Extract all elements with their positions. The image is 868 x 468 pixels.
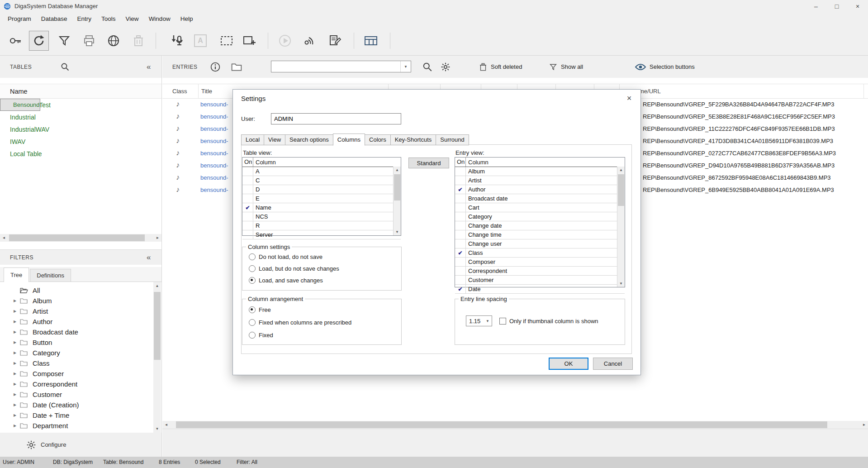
search-button[interactable]	[422, 56, 432, 78]
menu-database[interactable]: Database	[36, 12, 72, 26]
tree-item-department[interactable]: ▶Department	[0, 420, 154, 431]
tab-surround[interactable]: Surround	[436, 134, 469, 145]
column-class[interactable]: Class	[170, 84, 199, 99]
list-row[interactable]: R	[242, 221, 401, 230]
scrollbar-thumb[interactable]	[618, 174, 624, 206]
edit-entry-button[interactable]	[325, 31, 345, 51]
list-row[interactable]: ✔Date	[455, 285, 625, 294]
list-row[interactable]: NCS	[242, 212, 401, 221]
radio-do-not-load[interactable]: Do not load, do not save	[249, 253, 323, 260]
collapse-filters-button[interactable]: «	[147, 253, 151, 262]
expander-icon[interactable]: ▶	[14, 299, 20, 303]
radio-icon[interactable]	[249, 332, 256, 339]
list-row[interactable]: Server	[242, 230, 401, 239]
import-audio-button[interactable]	[167, 31, 187, 51]
list-row[interactable]: Category	[455, 212, 625, 221]
text-tool-button[interactable]: A	[190, 31, 210, 51]
tab-definitions[interactable]: Definitions	[30, 269, 71, 282]
radio-free[interactable]: Free	[249, 306, 271, 313]
radio-load-no-save[interactable]: Load, but do not save changes	[249, 265, 339, 272]
tree-item-all[interactable]: All	[0, 285, 154, 296]
selection-tool-button[interactable]	[217, 31, 237, 51]
radio-icon[interactable]	[249, 265, 256, 272]
tab-columns[interactable]: Columns	[333, 134, 365, 146]
configure-gear-icon[interactable]	[26, 440, 36, 450]
list-row[interactable]: D	[242, 185, 401, 194]
configure-button[interactable]: Configure	[41, 441, 66, 448]
radio-icon[interactable]	[249, 306, 256, 313]
entries-search-combobox[interactable]: ▼	[271, 61, 411, 72]
expander-icon[interactable]: ▶	[14, 392, 20, 396]
list-row[interactable]: Album	[455, 167, 625, 176]
scroll-left-button[interactable]: ◄	[0, 234, 8, 242]
tree-item-correspondent[interactable]: ▶Correspondent	[0, 379, 154, 389]
line-spacing-select[interactable]: 1.15 ▼	[466, 315, 492, 326]
checkbox-icon[interactable]	[499, 318, 506, 325]
expander-icon[interactable]: ▶	[14, 330, 20, 334]
print-button[interactable]	[79, 31, 99, 51]
list-row[interactable]: E	[242, 194, 401, 203]
list-row[interactable]: ✔Class	[455, 248, 625, 258]
search-settings-button[interactable]	[441, 56, 451, 78]
scroll-up-button[interactable]: ▲	[153, 282, 161, 290]
table-row-local-table[interactable]: Local Table	[0, 148, 161, 160]
tab-tree[interactable]: Tree	[4, 267, 29, 282]
selection-buttons-toggle[interactable]: Selection buttons	[635, 56, 695, 78]
user-field[interactable]	[271, 113, 401, 124]
radio-icon[interactable]	[249, 277, 256, 284]
expander-icon[interactable]: ▶	[14, 403, 20, 407]
scroll-down-button[interactable]: ▼	[394, 229, 401, 235]
list-row[interactable]: Change user	[455, 239, 625, 248]
list-header[interactable]: OnColumn	[455, 158, 625, 167]
list-row[interactable]: Change date	[455, 221, 625, 230]
tree-item-customer[interactable]: ▶Customer	[0, 389, 154, 400]
combo-dropdown-icon[interactable]: ▼	[400, 61, 411, 72]
tree-item-date-time[interactable]: ▶Date + Time	[0, 410, 154, 420]
list-row[interactable]: ✔Name	[242, 203, 401, 212]
scroll-right-button[interactable]: ►	[860, 421, 868, 429]
scroll-left-button[interactable]: ◄	[162, 421, 170, 429]
menu-window[interactable]: Window	[144, 12, 175, 26]
entry-folder-button[interactable]	[231, 56, 242, 78]
add-frame-button[interactable]	[239, 31, 259, 51]
standard-button[interactable]: Standard	[408, 158, 449, 168]
list-scrollbar[interactable]: ▲ ▼	[393, 167, 401, 235]
expander-icon[interactable]: ▶	[14, 320, 20, 324]
scroll-down-button[interactable]: ▼	[617, 280, 625, 287]
tree-item-album[interactable]: ▶Album	[0, 296, 154, 306]
expander-icon[interactable]: ▶	[14, 413, 20, 417]
show-all-toggle[interactable]: Show all	[549, 56, 583, 78]
tables-column-header[interactable]: Name	[0, 84, 161, 99]
scrollbar-thumb[interactable]	[9, 234, 145, 241]
list-row[interactable]: C	[242, 176, 401, 185]
list-row[interactable]: Artist	[455, 176, 625, 185]
search-input[interactable]	[273, 62, 397, 72]
tree-item-broadcast-date[interactable]: ▶Broadcast date	[0, 327, 154, 337]
expander-icon[interactable]: ▶	[14, 351, 20, 355]
menu-tools[interactable]: Tools	[96, 12, 121, 26]
menu-program[interactable]: Program	[3, 12, 36, 26]
maximize-button[interactable]: □	[826, 0, 847, 12]
tree-item-date-creation[interactable]: ▶Date (Creation)	[0, 400, 154, 410]
scrollbar-thumb[interactable]	[154, 292, 161, 360]
column-file-name-url[interactable]: File name/URL	[620, 84, 864, 99]
list-row[interactable]: Customer	[455, 276, 625, 285]
thumbnail-only-checkbox[interactable]: Only if thumbnail column is shown	[499, 318, 598, 325]
tree-item-class[interactable]: ▶Class	[0, 358, 154, 368]
scroll-right-button[interactable]: ►	[154, 234, 161, 242]
expander-icon[interactable]: ▶	[14, 424, 20, 428]
close-button[interactable]: ×	[847, 0, 868, 12]
entries-horizontal-scrollbar[interactable]: ◄ ►	[162, 421, 868, 429]
menu-view[interactable]: View	[121, 12, 144, 26]
tab-key-shortcuts[interactable]: Key-Shortcuts	[390, 134, 436, 145]
radio-fixed-when-prescribed[interactable]: Fixed when columns are prescribed	[249, 319, 351, 326]
radio-load-and-save[interactable]: Load, and save changes	[249, 277, 323, 284]
tree-item-composer[interactable]: ▶Composer	[0, 368, 154, 379]
tab-colors[interactable]: Colors	[365, 134, 391, 145]
table-layout-button[interactable]	[361, 31, 381, 51]
list-header[interactable]: OnColumn	[242, 158, 401, 167]
radio-icon[interactable]	[249, 319, 256, 326]
tab-search-options[interactable]: Search options	[285, 134, 333, 145]
radio-fixed[interactable]: Fixed	[249, 332, 273, 339]
minimize-button[interactable]: –	[806, 0, 826, 12]
